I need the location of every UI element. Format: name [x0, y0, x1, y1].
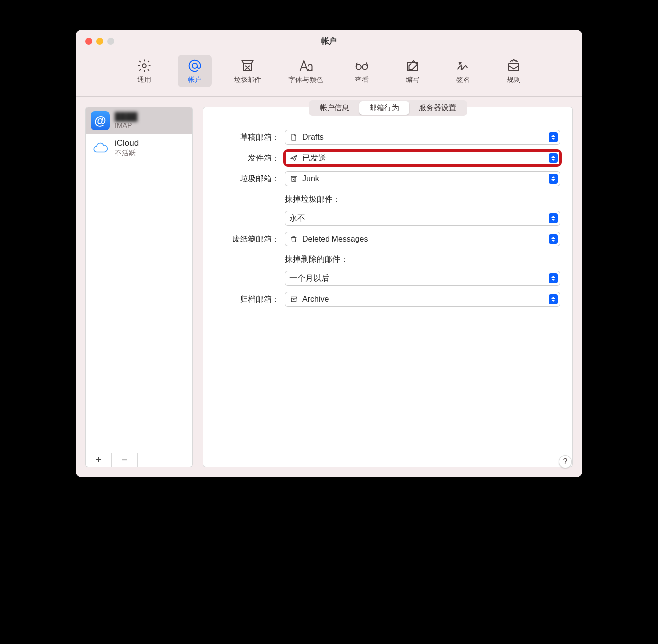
add-account-button[interactable]: +	[86, 453, 112, 467]
svg-point-0	[142, 64, 146, 68]
toolbar-label: 垃圾邮件	[234, 76, 261, 84]
titlebar: 帐户	[76, 30, 582, 53]
toolbar-viewing[interactable]: 查看	[345, 55, 379, 87]
chevron-updown-icon	[549, 213, 558, 223]
select-value: Deleted Messages	[302, 235, 368, 243]
signature-icon	[455, 58, 471, 74]
toolbar-label: 查看	[355, 76, 369, 84]
archivebox-icon	[289, 295, 298, 304]
remove-account-button[interactable]: −	[112, 453, 138, 467]
toolbar-label: 通用	[137, 76, 151, 84]
trash-mailbox-select[interactable]: Deleted Messages	[285, 232, 560, 246]
select-value: Drafts	[302, 133, 324, 142]
toolbar-label: 签名	[456, 76, 470, 84]
tab-mailbox-behaviors[interactable]: 邮箱行为	[359, 101, 409, 115]
select-value: 已发送	[302, 153, 326, 163]
toolbar-rules[interactable]: 规则	[497, 55, 531, 87]
zoom-window-button[interactable]	[107, 38, 114, 45]
junkbox-icon	[289, 174, 298, 183]
toolbar-fonts[interactable]: 字体与颜色	[283, 55, 328, 87]
chevron-updown-icon	[549, 234, 558, 244]
toolbar-accounts[interactable]: 帐户	[178, 55, 212, 87]
account-subtitle: 不活跃	[115, 149, 139, 157]
content-area: @ ████ IMAP iCloud 不活跃 +	[76, 97, 582, 477]
glasses-icon	[354, 58, 370, 74]
erase-junk-label: 抹掉垃圾邮件：	[285, 194, 560, 205]
rules-icon	[506, 58, 522, 74]
toolbar-label: 编写	[406, 76, 419, 84]
toolbar-junk[interactable]: 垃圾邮件	[229, 55, 266, 87]
window-title: 帐户	[321, 36, 337, 47]
accounts-list-buttons: + −	[85, 453, 193, 467]
compose-icon	[405, 58, 420, 74]
archive-label: 归档邮箱：	[215, 294, 280, 305]
svg-point-1	[192, 63, 197, 68]
toolbar-general[interactable]: 通用	[127, 55, 161, 87]
chevron-updown-icon	[549, 153, 558, 163]
svg-point-5	[362, 65, 367, 70]
main-panel: 帐户信息 邮箱行为 服务器设置 草稿邮箱： Drafts 发件箱：	[203, 107, 573, 467]
gear-icon	[136, 58, 152, 74]
minimize-window-button[interactable]	[96, 38, 103, 45]
sent-label: 发件箱：	[215, 153, 280, 163]
tabbar: 帐户信息 邮箱行为 服务器设置	[215, 100, 560, 116]
trash-label: 废纸篓邮箱：	[215, 234, 280, 244]
erase-deleted-label: 抹掉删除的邮件：	[285, 254, 560, 265]
accounts-list: @ ████ IMAP iCloud 不活跃	[85, 107, 193, 453]
toolbar-signatures[interactable]: 签名	[446, 55, 480, 87]
fonts-icon	[298, 58, 314, 74]
preferences-toolbar: 通用 帐户 垃圾邮件 字体与颜色 查看	[76, 53, 582, 97]
erase-junk-select[interactable]: 永不	[285, 211, 560, 226]
account-name: iCloud	[115, 138, 139, 148]
junk-mailbox-select[interactable]: Junk	[285, 171, 560, 186]
sent-mailbox-select[interactable]: 已发送	[285, 151, 560, 165]
sidebar-spacer	[138, 453, 192, 467]
traffic-lights	[85, 38, 114, 45]
drafts-label: 草稿邮箱：	[215, 132, 280, 143]
accounts-sidebar: @ ████ IMAP iCloud 不活跃 +	[85, 107, 193, 467]
junk-label: 垃圾邮箱：	[215, 174, 280, 184]
svg-point-4	[356, 65, 361, 70]
toolbar-label: 帐户	[188, 76, 202, 84]
chevron-updown-icon	[549, 174, 558, 184]
svg-rect-11	[291, 297, 297, 298]
account-name: ████	[115, 112, 137, 121]
account-subtitle: IMAP	[115, 121, 137, 130]
junk-icon	[240, 58, 255, 74]
at-badge-icon: @	[91, 111, 110, 130]
help-button[interactable]: ?	[559, 455, 572, 468]
tab-server-settings[interactable]: 服务器设置	[409, 101, 466, 115]
select-value: 永不	[289, 213, 305, 224]
drafts-mailbox-select[interactable]: Drafts	[285, 130, 560, 145]
at-icon	[187, 58, 203, 74]
toolbar-composing[interactable]: 编写	[396, 55, 429, 87]
select-value: Junk	[302, 174, 319, 183]
icloud-icon	[91, 138, 110, 157]
erase-deleted-select[interactable]: 一个月以后	[285, 271, 560, 286]
select-value: Archive	[302, 295, 329, 304]
account-item-imap[interactable]: @ ████ IMAP	[86, 107, 192, 134]
close-window-button[interactable]	[85, 38, 92, 45]
document-icon	[289, 133, 298, 142]
preferences-window: 帐户 通用 帐户 垃圾邮件 字体与颜色	[76, 30, 582, 477]
chevron-updown-icon	[549, 294, 558, 304]
chevron-updown-icon	[549, 273, 558, 283]
chevron-updown-icon	[549, 132, 558, 142]
archive-mailbox-select[interactable]: Archive	[285, 292, 560, 307]
trash-icon	[289, 235, 298, 243]
mailbox-behaviors-form: 草稿邮箱： Drafts 发件箱： 已发送	[215, 130, 560, 307]
toolbar-label: 规则	[507, 76, 521, 84]
tab-account-info[interactable]: 帐户信息	[310, 101, 359, 115]
toolbar-label: 字体与颜色	[288, 76, 323, 84]
select-value: 一个月以后	[289, 273, 329, 284]
account-item-icloud[interactable]: iCloud 不活跃	[86, 134, 192, 161]
paperplane-icon	[289, 154, 298, 162]
